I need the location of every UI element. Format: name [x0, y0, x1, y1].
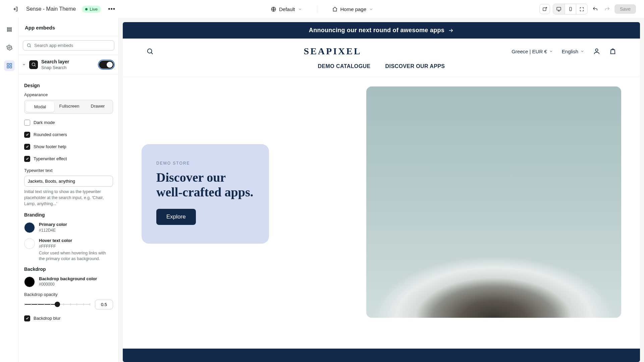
- left-rail: [0, 18, 19, 362]
- rail-app-embeds-button[interactable]: [4, 60, 15, 71]
- svg-point-13: [32, 63, 35, 66]
- section-design: Design: [24, 83, 113, 88]
- typewriter-label: Typewriter text: [24, 168, 113, 173]
- theme-name: Sense - Main Theme: [26, 6, 76, 12]
- cart-button[interactable]: [609, 48, 616, 55]
- search-wrap: Search app embeds: [19, 36, 118, 55]
- embed-toggle[interactable]: [99, 61, 114, 69]
- header-search-button[interactable]: [146, 48, 154, 55]
- fullscreen-view-button[interactable]: [576, 4, 587, 14]
- svg-rect-4: [7, 27, 11, 28]
- desktop-view-button[interactable]: [553, 4, 565, 14]
- section-backdrop: Backdrop: [24, 266, 113, 272]
- page-selector[interactable]: Home page: [332, 6, 373, 12]
- checkbox-label: Dark mode: [34, 120, 55, 125]
- mobile-view-button[interactable]: [565, 4, 576, 14]
- appearance-option-fullscreen[interactable]: Fullscreen: [55, 101, 84, 113]
- checkbox-icon: [24, 120, 30, 126]
- storefront-preview: Announcing our next round of awesome app…: [123, 22, 640, 362]
- embed-subtitle: Snap Search: [41, 65, 69, 70]
- top-left: Sense - Main Theme Live •••: [11, 4, 116, 14]
- checkbox-label: Typerwriter effect: [34, 156, 67, 161]
- redo-button[interactable]: [602, 4, 612, 14]
- search-icon: [26, 43, 32, 48]
- color-name: Hover text color: [39, 238, 109, 244]
- announcement-text: Announcing our next round of awesome app…: [309, 27, 444, 34]
- color-hex: #112D4E: [39, 228, 67, 233]
- opacity-value-input[interactable]: [95, 300, 113, 309]
- exit-editor-icon[interactable]: [11, 4, 20, 14]
- checkbox-label: Rounded corners: [34, 132, 67, 137]
- context-selector[interactable]: Default: [271, 6, 302, 12]
- color-name: Backdrop background color: [39, 276, 97, 282]
- rail-sections-button[interactable]: [4, 24, 15, 35]
- checkbox-label: Backdrop blur: [34, 316, 60, 321]
- undo-button[interactable]: [590, 4, 600, 14]
- color-swatch: [24, 277, 35, 287]
- search-input[interactable]: Search app embeds: [23, 40, 114, 51]
- checkbox-icon: [24, 144, 30, 150]
- opacity-slider[interactable]: [24, 301, 90, 308]
- embed-app-icon: [29, 60, 38, 69]
- checkbox-icon: [24, 132, 30, 138]
- chevron-down-icon: [22, 63, 26, 66]
- svg-point-7: [8, 47, 10, 49]
- hero-card: DEMO STORE Discover our well-crafted app…: [142, 144, 269, 244]
- checkbox-label: Show footer help: [34, 144, 66, 149]
- context-selector-label: Default: [279, 6, 295, 12]
- color-backdrop[interactable]: Backdrop background color #000000: [24, 276, 113, 287]
- announcement-bar[interactable]: Announcing our next round of awesome app…: [123, 22, 640, 39]
- language-selector[interactable]: English: [562, 49, 584, 54]
- opacity-row: [24, 300, 113, 309]
- checkbox-icon: [24, 156, 30, 162]
- color-hex: #FFFFFF: [39, 244, 109, 249]
- nav-item-catalogue[interactable]: DEMO CATALOGUE: [318, 63, 371, 69]
- checkbox-typewriter[interactable]: Typerwriter effect: [24, 156, 113, 162]
- svg-rect-9: [10, 63, 11, 65]
- live-badge: Live: [82, 6, 101, 13]
- color-swatch: [24, 238, 35, 249]
- more-actions-button[interactable]: •••: [107, 4, 116, 14]
- search-icon: [146, 48, 154, 55]
- arrow-right-icon: [448, 27, 454, 34]
- rail-settings-button[interactable]: [4, 42, 15, 53]
- nav-item-apps[interactable]: DISCOVER OUR APPS: [385, 63, 445, 69]
- hero-cta-button[interactable]: Explore: [156, 209, 196, 225]
- svg-rect-1: [543, 8, 546, 11]
- user-icon: [593, 48, 600, 55]
- separator: [317, 5, 317, 13]
- inspector-toggle-button[interactable]: [539, 4, 550, 14]
- svg-rect-8: [7, 63, 9, 65]
- settings-scroll[interactable]: Design Appearance Modal Fullscreen Drawe…: [19, 75, 118, 362]
- device-preview-group: [553, 4, 588, 14]
- typewriter-input[interactable]: [24, 176, 113, 187]
- opacity-label: Backdrop opacity: [24, 292, 113, 297]
- section-branding: Branding: [24, 212, 113, 218]
- hero-image: [366, 86, 621, 318]
- color-name: Primary color: [39, 222, 67, 228]
- appearance-label: Appearance: [24, 92, 113, 97]
- checkbox-rounded-corners[interactable]: Rounded corners: [24, 132, 113, 138]
- embed-row[interactable]: Search layer Snap Search: [19, 55, 118, 75]
- checkbox-backdrop-blur[interactable]: Backdrop blur: [24, 315, 113, 321]
- checkbox-footer-help[interactable]: Show footer help: [24, 144, 113, 150]
- svg-rect-10: [7, 66, 9, 68]
- ellipsis-icon: •••: [108, 6, 115, 13]
- svg-point-12: [28, 44, 31, 47]
- save-button[interactable]: Save: [614, 4, 636, 14]
- hero-title: Discover our well-crafted apps.: [156, 170, 254, 199]
- embed-title: Search layer: [41, 59, 69, 65]
- checkbox-dark-mode[interactable]: Dark mode: [24, 120, 113, 126]
- brand-logo[interactable]: SEAPIXEL: [304, 46, 362, 57]
- appearance-option-modal[interactable]: Modal: [26, 102, 54, 112]
- color-primary[interactable]: Primary color #112D4E: [24, 222, 113, 233]
- store-header-top: SEAPIXEL Greece | EUR € English: [123, 39, 640, 59]
- appearance-option-drawer[interactable]: Drawer: [84, 101, 112, 113]
- color-swatch: [24, 222, 35, 233]
- live-badge-label: Live: [90, 7, 98, 12]
- locale-selector[interactable]: Greece | EUR €: [512, 49, 553, 54]
- color-hover[interactable]: Hover text color #FFFFFF Color used when…: [24, 238, 113, 261]
- account-button[interactable]: [593, 48, 600, 55]
- preview-area: Announcing our next round of awesome app…: [119, 18, 644, 362]
- appearance-segmented: Modal Fullscreen Drawer: [24, 100, 113, 114]
